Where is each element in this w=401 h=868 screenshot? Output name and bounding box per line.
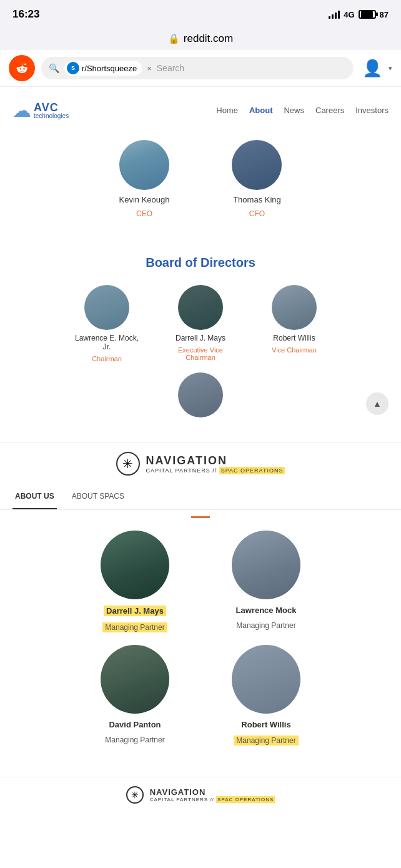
- exec-title-thomas: CFO: [249, 209, 265, 218]
- reddit-alien-icon: [14, 60, 30, 76]
- board-card-robert: Robert Willis Vice Chairman: [260, 285, 329, 362]
- board-section: Board of Directors Lawrence E. Mock, Jr.…: [0, 243, 401, 442]
- subreddit-pill: S r/Shortsqueeze: [64, 61, 142, 76]
- nav-link-about[interactable]: About: [249, 106, 273, 115]
- partner-card-david: David Panton Managing Partner: [79, 645, 191, 746]
- exec-name-kevin: Kevin Keough: [119, 195, 170, 204]
- board-title: Board of Directors: [12, 256, 389, 270]
- bottom-compass-icon: ✳: [126, 786, 144, 804]
- partner-role-robert: Managing Partner: [234, 736, 298, 746]
- tab-about-us[interactable]: ABOUT US: [12, 484, 57, 509]
- board-role-darrell: Executive Vice Chairman: [166, 346, 235, 361]
- partner-name-darrell: Darrell J. Mays: [104, 606, 166, 616]
- exec-card-thomas: Thomas King CFO: [232, 140, 282, 218]
- board-name-lawrence: Lawrence E. Mock, Jr.: [72, 334, 141, 351]
- board-row-single: [12, 372, 389, 417]
- nav-link-careers[interactable]: Careers: [315, 106, 344, 115]
- search-icon: 🔍: [49, 63, 59, 73]
- browser-bar: 🔒 reddit.com: [0, 27, 401, 50]
- partner-avatar-david: [101, 645, 169, 714]
- avc-navigation: ☁ AVC technologies Home About News Caree…: [12, 99, 389, 121]
- nav-capital-spac: SPAC OPERATIONS: [219, 467, 285, 474]
- exec-name-thomas: Thomas King: [233, 195, 281, 204]
- exec-avatar-kevin: [119, 140, 169, 190]
- url-text: reddit.com: [184, 32, 233, 45]
- partner-role-david: Managing Partner: [105, 736, 164, 744]
- subreddit-avatar: S: [67, 62, 79, 74]
- exec-title-kevin: CEO: [136, 209, 152, 218]
- board-avatar-darrell: [178, 285, 223, 330]
- lock-icon: 🔒: [168, 33, 180, 44]
- board-role-robert: Vice Chairman: [272, 346, 317, 354]
- bottom-nav-capital-subtitle: CAPITAL PARTNERS // SPAC OPERATIONS: [150, 797, 275, 802]
- avc-logo-main: AVC: [34, 102, 69, 113]
- board-avatar-lawrence: [84, 285, 129, 330]
- nav-link-news[interactable]: News: [284, 106, 304, 115]
- partners-row-1: Darrell J. Mays Managing Partner Lawrenc…: [12, 531, 389, 632]
- exec-card-kevin: Kevin Keough CEO: [119, 140, 170, 218]
- search-placeholder: Search: [157, 63, 346, 73]
- board-avatar-additional: [178, 372, 223, 417]
- exec-avatar-thomas: [232, 140, 282, 190]
- partner-role-lawrence: Managing Partner: [236, 621, 295, 630]
- user-icon: 👤: [362, 59, 382, 78]
- partner-card-lawrence: Lawrence Mock Managing Partner: [210, 531, 322, 632]
- cloud-icon: ☁: [12, 99, 31, 121]
- nav-capital-subtitle: CAPITAL PARTNERS // SPAC OPERATIONS: [146, 467, 285, 474]
- partners-section: Darrell J. Mays Managing Partner Lawrenc…: [0, 524, 401, 777]
- board-card-darrell: Darrell J. Mays Executive Vice Chairman: [166, 285, 235, 362]
- board-card-additional: [166, 372, 235, 417]
- compass-icon: ✳: [116, 452, 140, 476]
- subreddit-name: r/Shortsqueeze: [82, 64, 137, 73]
- scroll-up-button[interactable]: ▲: [366, 392, 389, 415]
- avc-logo-sub: technologies: [34, 113, 69, 119]
- avc-section: ☁ AVC technologies Home About News Caree…: [0, 87, 401, 243]
- partner-name-david: David Panton: [109, 720, 161, 729]
- partner-avatar-darrell: [101, 531, 169, 599]
- board-name-darrell: Darrell J. Mays: [176, 334, 225, 342]
- partner-card-robert: Robert Willis Managing Partner: [210, 645, 322, 746]
- board-role-lawrence: Chairman: [92, 355, 122, 362]
- partner-name-lawrence: Lawrence Mock: [236, 606, 297, 615]
- nav-capital-bar: ✳ NAVIGATION CAPITAL PARTNERS // SPAC OP…: [0, 442, 401, 484]
- status-time: 16:23: [12, 8, 39, 21]
- tab-about-spacs[interactable]: ABOUT SPACS: [69, 484, 127, 509]
- board-name-robert: Robert Willis: [273, 334, 315, 342]
- partners-row-2: David Panton Managing Partner Robert Wil…: [12, 645, 389, 746]
- board-avatar-robert: [272, 285, 317, 330]
- chevron-down-icon: ▾: [389, 64, 392, 72]
- partner-avatar-lawrence: [232, 531, 300, 599]
- partner-role-darrell: Managing Partner: [102, 622, 167, 632]
- search-bar[interactable]: 🔍 S r/Shortsqueeze × Search: [41, 57, 354, 79]
- partner-name-robert: Robert Willis: [241, 720, 290, 729]
- partner-card-darrell: Darrell J. Mays Managing Partner: [79, 531, 191, 632]
- executives-row: Kevin Keough CEO Thomas King CFO: [12, 140, 389, 218]
- nav-link-investors[interactable]: Investors: [355, 106, 389, 115]
- bottom-nav-capital-name: NAVIGATION: [150, 787, 275, 797]
- nav-capital-logo: ✳ NAVIGATION CAPITAL PARTNERS // SPAC OP…: [116, 452, 285, 476]
- status-bar: 16:23 4G 87: [0, 0, 401, 27]
- about-tabs: ABOUT US ABOUT SPACS: [0, 484, 401, 510]
- close-subreddit-button[interactable]: ×: [147, 64, 152, 73]
- divider-line: [191, 516, 210, 518]
- bottom-nav-bar: ✳ NAVIGATION CAPITAL PARTNERS // SPAC OP…: [0, 777, 401, 812]
- reddit-header: 🔍 S r/Shortsqueeze × Search 👤 ▾: [0, 50, 401, 87]
- board-card-lawrence: Lawrence E. Mock, Jr. Chairman: [72, 285, 141, 362]
- avc-nav-links: Home About News Careers Investors: [216, 106, 389, 115]
- battery-level: 87: [380, 10, 389, 19]
- network-type: 4G: [344, 10, 354, 19]
- nav-capital-name: NAVIGATION: [146, 454, 285, 467]
- main-content: ☁ AVC technologies Home About News Caree…: [0, 87, 401, 812]
- bottom-nav-spac: SPAC OPERATIONS: [216, 796, 275, 803]
- partner-avatar-robert2: [232, 645, 300, 714]
- reddit-logo[interactable]: [9, 55, 35, 81]
- board-row-main: Lawrence E. Mock, Jr. Chairman Darrell J…: [12, 285, 389, 362]
- bottom-nav-capital-logo: ✳ NAVIGATION CAPITAL PARTNERS // SPAC OP…: [126, 786, 275, 804]
- avc-logo: ☁ AVC technologies: [12, 99, 69, 121]
- nav-link-home[interactable]: Home: [216, 106, 238, 115]
- battery-icon: [359, 10, 376, 19]
- signal-icon: [329, 10, 340, 19]
